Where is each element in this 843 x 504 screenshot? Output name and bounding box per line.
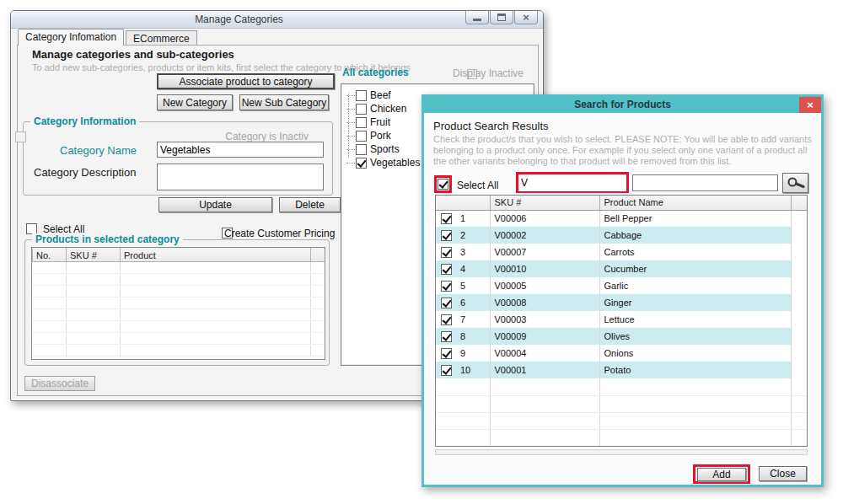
tree-checkbox-chicken[interactable]	[356, 104, 367, 115]
magnifier-icon	[786, 176, 806, 190]
category-inactive-label: Category is Inactiv	[225, 131, 309, 142]
empty-row	[436, 429, 807, 446]
table-row	[33, 274, 325, 286]
update-button[interactable]: Update	[158, 197, 272, 212]
row-checkbox[interactable]	[441, 331, 452, 342]
dialog-title-bar[interactable]: Search for Products	[424, 97, 821, 113]
search-input-annotation	[516, 172, 629, 193]
table-row	[33, 262, 325, 274]
tree-rail	[348, 93, 349, 158]
tree-checkbox-pork[interactable]	[356, 131, 367, 142]
dialog-body: Product Search Results Check the product…	[424, 113, 821, 485]
close-icon: ×	[807, 99, 813, 111]
dialog-note: Check the product/s that you wish to sel…	[433, 134, 814, 167]
table-row	[33, 333, 325, 345]
maximize-icon	[497, 13, 506, 21]
all-categories-label: All categories	[342, 67, 409, 78]
search-button[interactable]	[782, 173, 808, 193]
category-name-label: Category Name	[60, 144, 137, 157]
secondary-search-input[interactable]	[632, 174, 778, 191]
close-icon: ×	[523, 12, 529, 23]
row-checkbox[interactable]	[441, 247, 452, 258]
row-checkbox[interactable]	[441, 213, 452, 224]
maximize-button[interactable]	[490, 11, 513, 24]
search-for-products-dialog: Search for Products × Product Search Res…	[422, 94, 824, 487]
row-checkbox[interactable]	[441, 348, 452, 359]
category-description-input[interactable]	[157, 164, 324, 190]
minimize-icon	[473, 19, 481, 21]
table-row	[33, 345, 325, 357]
row-checkbox[interactable]	[441, 281, 452, 292]
col-header-product-name[interactable]: Product Name	[599, 196, 791, 210]
tree-checkbox-beef[interactable]	[356, 90, 367, 101]
col-header-extra	[311, 249, 325, 262]
disassociate-button[interactable]: Disassociate	[24, 376, 95, 391]
col-header-extra	[791, 196, 807, 210]
window-title: Manage Categories	[11, 13, 467, 25]
empty-row	[436, 378, 807, 395]
row-checkbox[interactable]	[441, 314, 452, 325]
result-row[interactable]: 1V00006Bell Pepper	[436, 210, 807, 227]
dialog-heading: Product Search Results	[433, 120, 549, 132]
category-information-legend: Category Information	[30, 115, 139, 127]
table-row	[33, 309, 325, 321]
result-row[interactable]: 8V00009Olives	[436, 328, 807, 345]
new-category-button[interactable]: New Category	[157, 94, 233, 110]
result-row[interactable]: 5V00005Garlic	[436, 277, 807, 294]
empty-row	[436, 446, 807, 447]
table-row	[33, 286, 325, 298]
result-row[interactable]: 6V00008Ginger	[436, 294, 807, 311]
display-inactive-label: Display Inactive	[453, 67, 524, 79]
dialog-title: Search for Products	[424, 99, 821, 110]
search-results-table: SKU # Product Name 1V00006Bell Pepper 2V…	[435, 195, 808, 447]
row-checkbox[interactable]	[441, 298, 452, 308]
dialog-close-button[interactable]: ×	[799, 97, 821, 113]
empty-row	[436, 395, 807, 412]
result-row[interactable]: 4V00010Cucumber	[436, 260, 807, 277]
tab-ecommerce[interactable]: ECommerce	[126, 30, 197, 46]
dialog-select-all-label: Select All	[457, 180, 498, 191]
result-row[interactable]: 2V00002Cabbage	[436, 227, 807, 244]
category-name-input[interactable]	[157, 142, 324, 158]
products-table: No. SKU # Product	[31, 247, 325, 360]
tree-checkbox-vegetables[interactable]	[356, 158, 367, 169]
empty-row	[436, 412, 807, 429]
col-header-sku[interactable]: SKU #	[67, 249, 121, 262]
customer-pricing-label: Create Customer Pricing	[224, 228, 335, 239]
result-row[interactable]: 9V00004Onions	[436, 345, 807, 362]
select-all-annotation	[434, 175, 452, 193]
horizontal-scrollbar[interactable]	[435, 449, 808, 455]
result-row[interactable]: 10V00001Potato	[436, 362, 807, 378]
tab-category-information[interactable]: Category Infomation	[18, 29, 124, 46]
row-checkbox[interactable]	[441, 230, 452, 241]
page-title: Manage categories and sub-categories	[32, 48, 234, 61]
title-bar[interactable]: Manage Categories	[11, 11, 543, 29]
delete-button[interactable]: Delete	[279, 197, 341, 212]
dialog-close-action-button[interactable]: Close	[759, 466, 807, 481]
result-row[interactable]: 7V00003Lettuce	[436, 311, 807, 328]
category-description-label: Category Description	[34, 166, 136, 179]
table-row	[33, 321, 325, 333]
dialog-select-all-checkbox[interactable]	[438, 179, 448, 190]
row-checkbox[interactable]	[441, 264, 452, 275]
product-search-input[interactable]	[518, 175, 626, 191]
associate-product-button[interactable]: Associate product to category	[157, 73, 335, 89]
tree-checkbox-sports[interactable]	[356, 144, 367, 155]
tree-checkbox-fruit[interactable]	[356, 117, 367, 128]
add-button-annotation: Add	[693, 464, 750, 484]
col-header-product[interactable]: Product	[121, 249, 311, 262]
new-sub-category-button[interactable]: New Sub Category	[239, 94, 329, 110]
row-checkbox[interactable]	[441, 365, 452, 376]
products-group-legend: Products in selected category	[32, 233, 183, 245]
close-button[interactable]: ×	[514, 11, 538, 24]
table-row	[33, 298, 325, 309]
window-controls: ×	[465, 11, 538, 24]
category-inactive-checkbox[interactable]	[15, 131, 26, 142]
col-header-no[interactable]: No.	[33, 249, 67, 262]
col-header-check[interactable]	[436, 196, 490, 210]
tab-strip: Category Infomation ECommerce	[18, 29, 199, 46]
minimize-button[interactable]	[465, 11, 489, 24]
result-row[interactable]: 3V00007Carrots	[436, 244, 807, 260]
add-button[interactable]: Add	[697, 468, 746, 481]
col-header-sku[interactable]: SKU #	[490, 196, 599, 210]
